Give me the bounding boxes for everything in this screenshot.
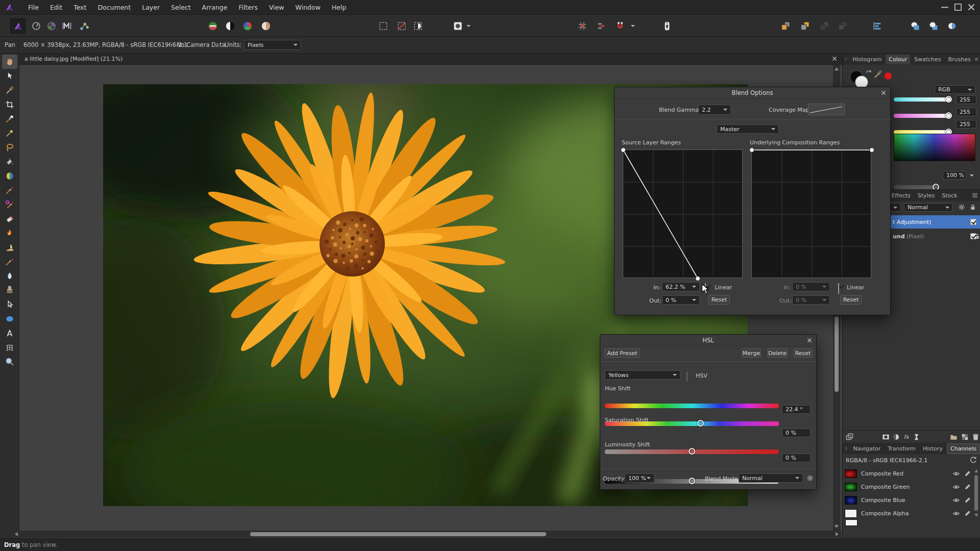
colour-opacity-slider[interactable] [894,185,938,189]
minimize-button[interactable] [938,2,951,13]
tab-colour[interactable]: Colour [886,55,910,64]
delete-button[interactable]: Delete [767,348,788,358]
reset-channels-icon[interactable] [969,456,977,464]
underlying-ranges-curve[interactable] [751,149,871,278]
panel-grip-icon[interactable] [844,445,848,452]
freehand-selection-tool[interactable] [2,140,17,155]
develop-persona-button[interactable] [44,18,59,34]
node-tool[interactable] [2,297,17,312]
tab-channels[interactable]: Channels [947,443,980,454]
smudge-brush-tool[interactable] [2,240,17,255]
snapping-button[interactable] [612,18,628,34]
burn-brush-tool[interactable] [2,226,17,240]
colour-opacity-value[interactable]: 100 % [943,171,966,180]
caret-down-icon[interactable] [970,174,974,177]
panel-grip-icon[interactable] [844,56,848,63]
scroll-up-icon[interactable] [835,67,839,70]
tab-history[interactable]: History [920,444,946,454]
units-select[interactable]: Pixels [244,40,301,50]
adjustment-layer-icon[interactable] [892,433,900,441]
auto-levels-button[interactable] [205,18,220,34]
group-layers-icon[interactable] [950,433,958,441]
channel-visible-icon[interactable] [952,496,960,504]
hsl-blend-mode-select[interactable]: Normal [739,473,803,483]
merge-button[interactable]: Merge [742,348,761,358]
ellipse-tool[interactable] [2,312,17,326]
move-tool[interactable] [2,69,17,83]
saturation-shift-slider[interactable] [605,449,779,454]
gradient-tool[interactable] [2,169,17,183]
selection-overlap-button[interactable] [410,18,426,34]
close-button[interactable] [965,2,978,13]
liquify-persona-button[interactable] [29,18,44,34]
add-preset-button[interactable]: Add Preset [604,348,640,358]
channels-scroll-down-icon[interactable] [974,514,978,517]
quick-mask-options-caret[interactable] [467,25,471,27]
export-persona-button[interactable] [77,18,92,34]
underlying-linear-checkbox[interactable] [838,283,839,294]
menu-document[interactable]: Document [92,0,136,15]
picked-colour-swatch[interactable] [885,72,892,80]
layer-visibility-checkbox[interactable] [970,233,976,239]
menu-view[interactable]: View [263,0,290,15]
tab-stock[interactable]: Stock [939,191,960,201]
snapping-options-caret[interactable] [631,25,635,27]
sharpen-brush-tool[interactable] [2,255,17,269]
boolean-add-button[interactable] [908,18,923,34]
layer-blend-mode-select[interactable]: Normal [904,203,953,212]
blur-brush-tool[interactable] [2,269,17,283]
clone-brush-tool[interactable] [2,283,17,297]
channels-scroll-thumb[interactable] [974,475,978,511]
saturation-shift-value[interactable]: 0 % [782,429,811,437]
scroll-down-icon[interactable] [835,525,839,528]
channel-visible-icon[interactable] [952,483,960,491]
menu-filters[interactable]: Filters [233,0,263,15]
flood-select-tool[interactable] [2,126,17,140]
auto-contrast-button[interactable] [223,18,238,34]
boolean-divide-button[interactable] [944,18,960,34]
menu-window[interactable]: Window [290,0,326,15]
luminosity-shift-value[interactable]: 0 % [782,454,811,462]
channel-row-white[interactable]: Composite Alpha [845,507,978,519]
horizontal-scroll-thumb[interactable] [250,532,546,536]
flood-fill-tool[interactable] [2,155,17,169]
hue-shift-handle[interactable] [697,420,704,427]
colour-replacement-brush-tool[interactable] [2,197,17,212]
red-value[interactable]: 255 [956,95,976,104]
green-value[interactable]: 255 [956,108,976,116]
tab-styles[interactable]: Styles [915,191,938,201]
channel-visible-icon[interactable] [952,470,960,478]
tab-transform[interactable]: Transform [885,444,919,454]
green-slider[interactable] [894,114,951,118]
zoom-tool[interactable] [2,355,17,369]
channel-editable-icon[interactable] [964,470,971,477]
channel-visible-icon[interactable] [952,510,960,517]
source-out-select[interactable]: 0 % [662,295,700,305]
channel-editable-icon[interactable] [964,483,971,490]
layer-lock-icon[interactable] [969,204,976,211]
selection-brush-tool[interactable] [2,112,17,126]
source-ranges-curve[interactable] [623,149,743,278]
swap-colours-icon[interactable] [865,68,872,75]
new-layer-icon[interactable] [961,433,969,441]
underlying-out-select[interactable]: 0 % [792,295,830,305]
maximize-button[interactable] [951,2,965,13]
green-slider-handle[interactable] [945,112,952,119]
photo-persona-button[interactable] [10,18,26,34]
alignment-button[interactable] [870,18,885,34]
colour-model-select[interactable]: RGB [935,85,975,94]
hsl-preset-select[interactable]: Yellows [605,370,680,380]
selection-subtract-button[interactable] [394,18,409,34]
quick-mask-button[interactable] [450,18,465,34]
colour-picker-tool[interactable] [2,83,17,97]
menu-select[interactable]: Select [165,0,197,15]
source-in-select[interactable]: 62.2 % [662,282,700,291]
mesh-warp-tool[interactable] [2,340,17,355]
menu-edit[interactable]: Edit [44,0,68,15]
menu-arrange[interactable]: Arrange [197,0,233,15]
channels-scroll-up-icon[interactable] [974,469,978,472]
vertical-scroll-thumb[interactable] [835,316,839,392]
live-filter-icon[interactable] [913,433,920,441]
tab-navigator[interactable]: Navigator [850,444,884,454]
scroll-left-icon[interactable] [15,532,18,536]
